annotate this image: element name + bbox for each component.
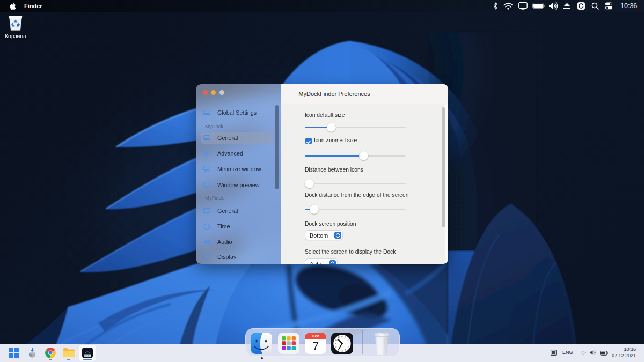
svg-text:8: 8 — [335, 346, 336, 349]
svg-text:1: 1 — [345, 336, 346, 338]
svg-text:2: 2 — [348, 338, 349, 341]
svg-text:7: 7 — [312, 339, 319, 353]
svg-text:11: 11 — [338, 336, 340, 338]
svg-text:5: 5 — [345, 349, 346, 351]
svg-text:9: 9 — [335, 342, 336, 345]
svg-text:12: 12 — [341, 335, 343, 338]
svg-text:6: 6 — [341, 350, 342, 352]
svg-text:Dec: Dec — [312, 334, 319, 338]
svg-text:3: 3 — [348, 342, 349, 345]
